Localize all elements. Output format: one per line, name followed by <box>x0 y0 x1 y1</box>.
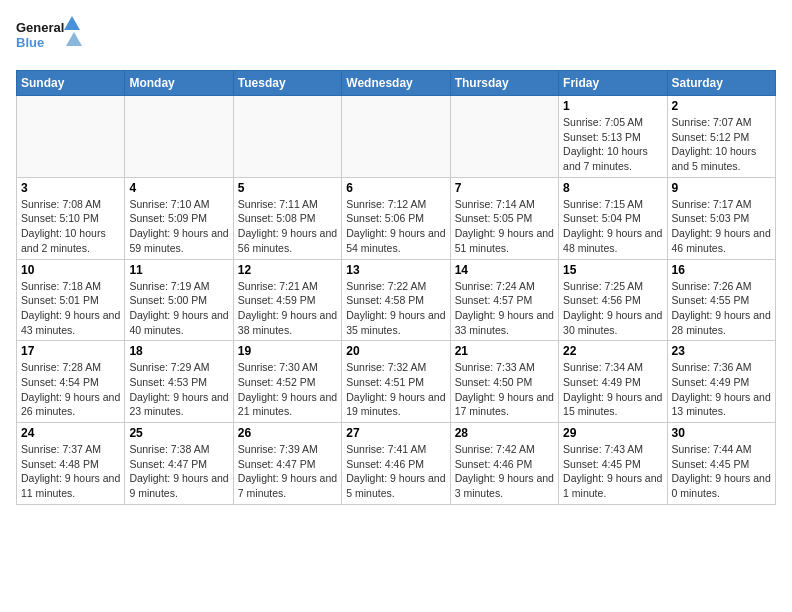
day-info: Sunrise: 7:41 AM Sunset: 4:46 PM Dayligh… <box>346 442 445 501</box>
svg-marker-3 <box>66 32 82 46</box>
calendar-cell: 8Sunrise: 7:15 AM Sunset: 5:04 PM Daylig… <box>559 177 667 259</box>
calendar-week-row: 17Sunrise: 7:28 AM Sunset: 4:54 PM Dayli… <box>17 341 776 423</box>
day-number: 28 <box>455 426 554 440</box>
day-info: Sunrise: 7:36 AM Sunset: 4:49 PM Dayligh… <box>672 360 771 419</box>
weekday-header-friday: Friday <box>559 71 667 96</box>
calendar-week-row: 24Sunrise: 7:37 AM Sunset: 4:48 PM Dayli… <box>17 423 776 505</box>
calendar-cell: 23Sunrise: 7:36 AM Sunset: 4:49 PM Dayli… <box>667 341 775 423</box>
day-info: Sunrise: 7:42 AM Sunset: 4:46 PM Dayligh… <box>455 442 554 501</box>
calendar-cell: 5Sunrise: 7:11 AM Sunset: 5:08 PM Daylig… <box>233 177 341 259</box>
calendar-cell <box>450 96 558 178</box>
day-number: 22 <box>563 344 662 358</box>
day-info: Sunrise: 7:34 AM Sunset: 4:49 PM Dayligh… <box>563 360 662 419</box>
day-number: 9 <box>672 181 771 195</box>
calendar-cell: 7Sunrise: 7:14 AM Sunset: 5:05 PM Daylig… <box>450 177 558 259</box>
day-info: Sunrise: 7:38 AM Sunset: 4:47 PM Dayligh… <box>129 442 228 501</box>
calendar-week-row: 10Sunrise: 7:18 AM Sunset: 5:01 PM Dayli… <box>17 259 776 341</box>
day-number: 17 <box>21 344 120 358</box>
day-number: 14 <box>455 263 554 277</box>
calendar-cell: 29Sunrise: 7:43 AM Sunset: 4:45 PM Dayli… <box>559 423 667 505</box>
calendar-cell: 24Sunrise: 7:37 AM Sunset: 4:48 PM Dayli… <box>17 423 125 505</box>
day-number: 29 <box>563 426 662 440</box>
calendar-cell: 20Sunrise: 7:32 AM Sunset: 4:51 PM Dayli… <box>342 341 450 423</box>
day-number: 26 <box>238 426 337 440</box>
calendar-cell: 6Sunrise: 7:12 AM Sunset: 5:06 PM Daylig… <box>342 177 450 259</box>
day-info: Sunrise: 7:39 AM Sunset: 4:47 PM Dayligh… <box>238 442 337 501</box>
calendar-cell: 25Sunrise: 7:38 AM Sunset: 4:47 PM Dayli… <box>125 423 233 505</box>
day-number: 24 <box>21 426 120 440</box>
day-number: 6 <box>346 181 445 195</box>
calendar-cell: 28Sunrise: 7:42 AM Sunset: 4:46 PM Dayli… <box>450 423 558 505</box>
calendar-cell: 27Sunrise: 7:41 AM Sunset: 4:46 PM Dayli… <box>342 423 450 505</box>
day-number: 30 <box>672 426 771 440</box>
day-number: 23 <box>672 344 771 358</box>
day-info: Sunrise: 7:18 AM Sunset: 5:01 PM Dayligh… <box>21 279 120 338</box>
weekday-header-monday: Monday <box>125 71 233 96</box>
day-info: Sunrise: 7:15 AM Sunset: 5:04 PM Dayligh… <box>563 197 662 256</box>
day-info: Sunrise: 7:30 AM Sunset: 4:52 PM Dayligh… <box>238 360 337 419</box>
day-number: 5 <box>238 181 337 195</box>
day-info: Sunrise: 7:33 AM Sunset: 4:50 PM Dayligh… <box>455 360 554 419</box>
calendar-cell: 18Sunrise: 7:29 AM Sunset: 4:53 PM Dayli… <box>125 341 233 423</box>
day-info: Sunrise: 7:28 AM Sunset: 4:54 PM Dayligh… <box>21 360 120 419</box>
calendar-cell: 14Sunrise: 7:24 AM Sunset: 4:57 PM Dayli… <box>450 259 558 341</box>
calendar-cell: 1Sunrise: 7:05 AM Sunset: 5:13 PM Daylig… <box>559 96 667 178</box>
svg-text:General: General <box>16 20 64 35</box>
day-info: Sunrise: 7:44 AM Sunset: 4:45 PM Dayligh… <box>672 442 771 501</box>
calendar-cell: 21Sunrise: 7:33 AM Sunset: 4:50 PM Dayli… <box>450 341 558 423</box>
day-info: Sunrise: 7:19 AM Sunset: 5:00 PM Dayligh… <box>129 279 228 338</box>
svg-marker-2 <box>64 16 80 30</box>
calendar-table: SundayMondayTuesdayWednesdayThursdayFrid… <box>16 70 776 505</box>
calendar-cell: 17Sunrise: 7:28 AM Sunset: 4:54 PM Dayli… <box>17 341 125 423</box>
day-info: Sunrise: 7:17 AM Sunset: 5:03 PM Dayligh… <box>672 197 771 256</box>
weekday-header-row: SundayMondayTuesdayWednesdayThursdayFrid… <box>17 71 776 96</box>
calendar-cell <box>125 96 233 178</box>
day-number: 2 <box>672 99 771 113</box>
day-number: 13 <box>346 263 445 277</box>
day-info: Sunrise: 7:10 AM Sunset: 5:09 PM Dayligh… <box>129 197 228 256</box>
calendar-cell: 16Sunrise: 7:26 AM Sunset: 4:55 PM Dayli… <box>667 259 775 341</box>
svg-text:Blue: Blue <box>16 35 44 50</box>
calendar-cell: 10Sunrise: 7:18 AM Sunset: 5:01 PM Dayli… <box>17 259 125 341</box>
weekday-header-sunday: Sunday <box>17 71 125 96</box>
day-info: Sunrise: 7:37 AM Sunset: 4:48 PM Dayligh… <box>21 442 120 501</box>
calendar-cell: 15Sunrise: 7:25 AM Sunset: 4:56 PM Dayli… <box>559 259 667 341</box>
day-number: 19 <box>238 344 337 358</box>
day-info: Sunrise: 7:11 AM Sunset: 5:08 PM Dayligh… <box>238 197 337 256</box>
calendar-week-row: 1Sunrise: 7:05 AM Sunset: 5:13 PM Daylig… <box>17 96 776 178</box>
calendar-cell: 9Sunrise: 7:17 AM Sunset: 5:03 PM Daylig… <box>667 177 775 259</box>
day-number: 21 <box>455 344 554 358</box>
day-info: Sunrise: 7:22 AM Sunset: 4:58 PM Dayligh… <box>346 279 445 338</box>
day-info: Sunrise: 7:26 AM Sunset: 4:55 PM Dayligh… <box>672 279 771 338</box>
weekday-header-thursday: Thursday <box>450 71 558 96</box>
calendar-cell: 26Sunrise: 7:39 AM Sunset: 4:47 PM Dayli… <box>233 423 341 505</box>
page-header: General Blue <box>16 16 776 58</box>
calendar-cell: 22Sunrise: 7:34 AM Sunset: 4:49 PM Dayli… <box>559 341 667 423</box>
day-number: 7 <box>455 181 554 195</box>
day-number: 20 <box>346 344 445 358</box>
day-info: Sunrise: 7:07 AM Sunset: 5:12 PM Dayligh… <box>672 115 771 174</box>
calendar-cell <box>17 96 125 178</box>
day-number: 8 <box>563 181 662 195</box>
day-number: 25 <box>129 426 228 440</box>
calendar-cell: 12Sunrise: 7:21 AM Sunset: 4:59 PM Dayli… <box>233 259 341 341</box>
calendar-week-row: 3Sunrise: 7:08 AM Sunset: 5:10 PM Daylig… <box>17 177 776 259</box>
calendar-cell: 4Sunrise: 7:10 AM Sunset: 5:09 PM Daylig… <box>125 177 233 259</box>
day-number: 27 <box>346 426 445 440</box>
calendar-cell: 30Sunrise: 7:44 AM Sunset: 4:45 PM Dayli… <box>667 423 775 505</box>
day-info: Sunrise: 7:25 AM Sunset: 4:56 PM Dayligh… <box>563 279 662 338</box>
day-info: Sunrise: 7:14 AM Sunset: 5:05 PM Dayligh… <box>455 197 554 256</box>
calendar-cell <box>342 96 450 178</box>
day-info: Sunrise: 7:21 AM Sunset: 4:59 PM Dayligh… <box>238 279 337 338</box>
day-info: Sunrise: 7:24 AM Sunset: 4:57 PM Dayligh… <box>455 279 554 338</box>
day-number: 11 <box>129 263 228 277</box>
day-info: Sunrise: 7:32 AM Sunset: 4:51 PM Dayligh… <box>346 360 445 419</box>
day-info: Sunrise: 7:29 AM Sunset: 4:53 PM Dayligh… <box>129 360 228 419</box>
day-info: Sunrise: 7:05 AM Sunset: 5:13 PM Dayligh… <box>563 115 662 174</box>
day-number: 16 <box>672 263 771 277</box>
day-number: 10 <box>21 263 120 277</box>
calendar-cell: 2Sunrise: 7:07 AM Sunset: 5:12 PM Daylig… <box>667 96 775 178</box>
calendar-cell: 3Sunrise: 7:08 AM Sunset: 5:10 PM Daylig… <box>17 177 125 259</box>
day-number: 4 <box>129 181 228 195</box>
day-info: Sunrise: 7:43 AM Sunset: 4:45 PM Dayligh… <box>563 442 662 501</box>
